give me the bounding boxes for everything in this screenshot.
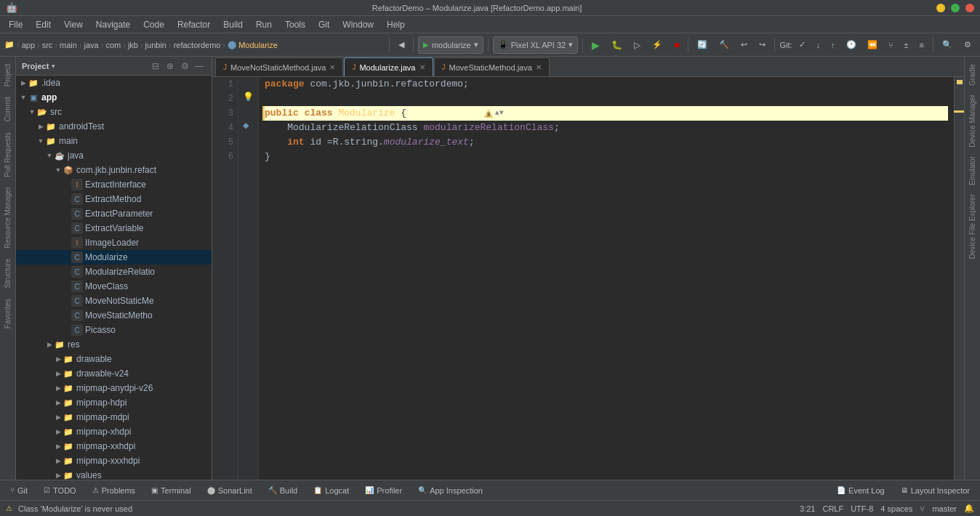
tree-item-main[interactable]: ▼ 📁 main (16, 134, 212, 148)
run-config-dropdown[interactable]: ▶ modularize ▾ (418, 36, 483, 54)
bottom-tab-profiler[interactable]: 📊 Profiler (358, 482, 409, 499)
git-branch-name[interactable]: master (932, 504, 957, 513)
tab-close-3[interactable]: ✕ (536, 63, 542, 71)
bc-app[interactable]: app (22, 41, 35, 49)
bottom-tab-eventlog[interactable]: 📄 Event Log (830, 482, 892, 499)
profile-button[interactable]: ⚡ (648, 36, 667, 54)
menu-navigate[interactable]: Navigate (90, 18, 136, 31)
tree-item-extractvariable[interactable]: C ExtractVariable (16, 221, 212, 235)
tree-item-moveclass[interactable]: C MoveClass (16, 279, 212, 294)
resource-manager-toggle[interactable]: Resource Manager (2, 182, 13, 253)
build-button[interactable]: 🔨 (715, 36, 734, 54)
options-button[interactable]: ⚙ (178, 60, 191, 73)
tree-item-res[interactable]: ▶ 📁 res (16, 337, 212, 352)
tree-item-mipmap-anydpi[interactable]: ▶ 📁 mipmap-anydpi-v26 (16, 381, 212, 395)
menu-view[interactable]: View (58, 18, 89, 31)
git-rollback-button[interactable]: ⏪ (863, 36, 882, 54)
tree-item-drawable-v24[interactable]: ▶ 📁 drawable-v24 (16, 366, 212, 381)
bc-refactordemo[interactable]: refactordemo (174, 41, 221, 49)
tree-item-modularizerelation[interactable]: C ModularizeRelatio (16, 265, 212, 279)
favorites-toggle[interactable]: Favorites (2, 294, 13, 333)
git-branch-button[interactable]: ⑂ (884, 36, 898, 54)
structure-toggle[interactable]: Structure (2, 254, 13, 293)
run-button[interactable]: ▶ (587, 36, 604, 54)
menu-git[interactable]: Git (313, 18, 335, 31)
tree-item-extractinterface[interactable]: I ExtractInterface (16, 177, 212, 192)
settings-button[interactable]: ⚙ (960, 36, 976, 54)
project-panel-toggle[interactable]: Project (2, 60, 13, 91)
git-commit-button[interactable]: ✓ (795, 36, 810, 54)
bottom-tab-build[interactable]: 🔨 Build (261, 482, 305, 499)
menu-edit[interactable]: Edit (30, 18, 57, 31)
bc-junbin[interactable]: junbin (145, 41, 166, 49)
menu-refactor[interactable]: Refactor (172, 18, 216, 31)
tree-item-mipmap-xxhdpi[interactable]: ▶ 📁 mipmap-xxhdpi (16, 439, 212, 453)
sync-button[interactable]: 🔄 (693, 36, 712, 54)
tree-item-extractmethod[interactable]: C ExtractMethod (16, 192, 212, 206)
git-update-button[interactable]: ↓ (812, 36, 825, 54)
git-diff-button[interactable]: ± (900, 36, 913, 54)
menu-build[interactable]: Build (217, 18, 249, 31)
locate-file-button[interactable]: ⊕ (164, 60, 177, 73)
notifications-icon[interactable]: 🔔 (964, 504, 974, 513)
cursor-position[interactable]: 3:21 (800, 504, 815, 513)
bc-modularize[interactable]: Modularize (238, 41, 278, 49)
menu-file[interactable]: File (3, 18, 28, 31)
tree-item-idea[interactable]: ▶ 📁 .idea (16, 76, 212, 90)
tree-item-movenotstaticme[interactable]: C MoveNotStaticMe (16, 294, 212, 308)
bottom-tab-inspection[interactable]: 🔍 App Inspection (411, 482, 490, 499)
bulb-icon[interactable]: 💡 (243, 92, 254, 102)
tree-item-app[interactable]: ▼ ▣ app (16, 90, 212, 105)
editor-scrollbar[interactable] (954, 77, 964, 480)
maximize-button[interactable] (951, 4, 960, 12)
gradle-panel-toggle[interactable]: Gradle (967, 60, 978, 90)
bc-main[interactable]: main (60, 41, 77, 49)
menu-tools[interactable]: Tools (279, 18, 311, 31)
stop-button[interactable]: ■ (670, 36, 683, 54)
tab-movenotstaticmethod[interactable]: J MoveNotStaticMethod.java ✕ (215, 57, 343, 76)
git-push-button[interactable]: ↑ (827, 36, 840, 54)
tree-item-values[interactable]: ▶ 📁 values (16, 468, 212, 480)
bottom-tab-problems[interactable]: ⚠ Problems (85, 482, 142, 499)
tree-item-movestaticmetho[interactable]: C MoveStaticMetho (16, 308, 212, 323)
bottom-tab-git[interactable]: ⑂ Git (3, 482, 35, 499)
device-manager-toggle[interactable]: Device Manager (967, 90, 978, 152)
indent[interactable]: 4 spaces (880, 504, 912, 513)
collapse-all-button[interactable]: ⊟ (149, 60, 162, 73)
undo-button[interactable]: ↩ (736, 36, 752, 54)
close-button[interactable] (965, 4, 974, 12)
tab-modularize[interactable]: J Modularize.java ✕ (344, 57, 433, 76)
bc-java[interactable]: java (84, 41, 99, 49)
tree-item-extractparameter[interactable]: C ExtractParameter (16, 206, 212, 221)
bottom-tab-terminal[interactable]: ▣ Terminal (144, 482, 198, 499)
tree-item-src[interactable]: ▼ 📂 src (16, 105, 212, 119)
menu-window[interactable]: Window (337, 18, 379, 31)
debug-button[interactable]: 🐛 (607, 36, 627, 54)
navigate-back-button[interactable]: ◀ (394, 36, 409, 54)
tree-item-iimageloader[interactable]: I IImageLoader (16, 235, 212, 250)
device-file-explorer-toggle[interactable]: Device File Explorer (967, 190, 978, 263)
tree-item-drawable[interactable]: ▶ 📁 drawable (16, 352, 212, 366)
search-everywhere-button[interactable]: 🔍 (938, 36, 957, 54)
settings-gear-button[interactable]: — (193, 60, 206, 73)
bc-com[interactable]: com (105, 41, 121, 49)
git-history-button[interactable]: 🕐 (842, 36, 861, 54)
tree-item-java[interactable]: ▼ ☕ java (16, 148, 212, 163)
git-annotate-button[interactable]: ≡ (915, 36, 928, 54)
tree-item-package[interactable]: ▼ 📦 com.jkb.junbin.refact (16, 163, 212, 177)
pull-requests-toggle[interactable]: Pull Requests (2, 128, 13, 182)
minimize-button[interactable] (936, 4, 945, 12)
emulator-toggle[interactable]: Emulator (967, 152, 978, 190)
commit-panel-toggle[interactable]: Commit (2, 92, 13, 126)
tree-item-picasso[interactable]: C Picasso (16, 323, 212, 337)
tree-item-mipmap-mdpi[interactable]: ▶ 📁 mipmap-mdpi (16, 410, 212, 424)
bottom-tab-logcat[interactable]: 📋 Logcat (306, 482, 356, 499)
menu-run[interactable]: Run (250, 18, 278, 31)
run-with-coverage-button[interactable]: ▷ (630, 36, 645, 54)
bottom-tab-sonarlint[interactable]: ⬤ SonarLint (200, 482, 260, 499)
tree-item-mipmap-xxxhdpi[interactable]: ▶ 📁 mipmap-xxxhdpi (16, 453, 212, 468)
tree-item-mipmap-hdpi[interactable]: ▶ 📁 mipmap-hdpi (16, 395, 212, 410)
tree-item-androidtest[interactable]: ▶ 📁 androidTest (16, 119, 212, 134)
menu-code[interactable]: Code (137, 18, 170, 31)
bottom-tab-layoutinspector[interactable]: 🖥 Layout Inspector (893, 482, 977, 499)
